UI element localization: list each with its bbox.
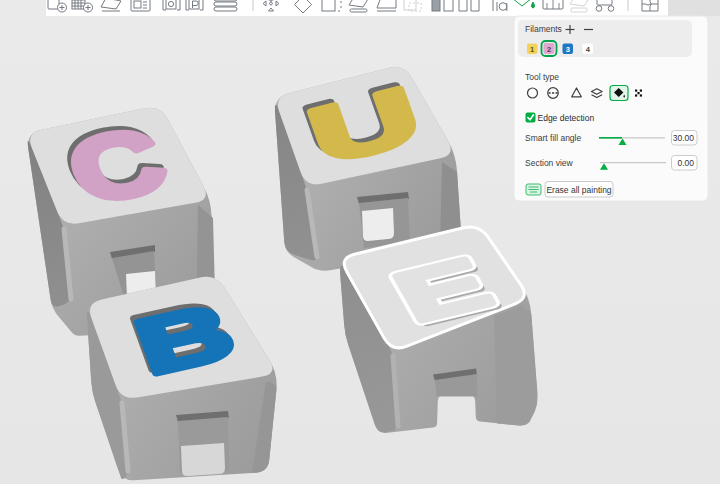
svg-text:30.00: 30.00: [673, 133, 695, 143]
svg-text:Section view: Section view: [525, 158, 574, 168]
svg-text:Erase all painting: Erase all painting: [546, 185, 611, 195]
svg-text:1: 1: [530, 45, 534, 54]
svg-text:Edge detection: Edge detection: [538, 113, 595, 123]
svg-text:3: 3: [566, 45, 570, 54]
svg-text:Tool type: Tool type: [525, 72, 559, 82]
svg-text:2: 2: [547, 45, 551, 54]
svg-text:Smart fill angle: Smart fill angle: [525, 133, 581, 143]
svg-text:Filaments: Filaments: [525, 24, 562, 34]
svg-text:0.00: 0.00: [677, 158, 694, 168]
